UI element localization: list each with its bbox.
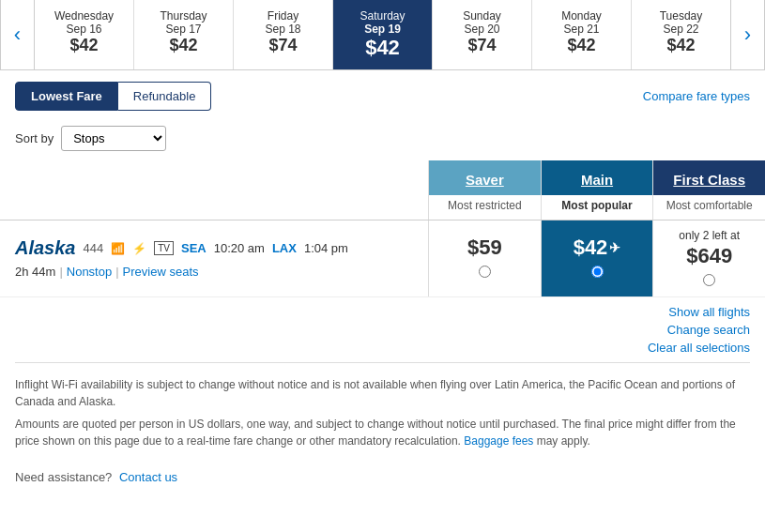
day-label: Friday <box>237 9 329 23</box>
main-price-cell[interactable]: $42 ✈ <box>541 220 653 296</box>
price-label: $42 <box>38 36 130 55</box>
footer-line2-end: may apply. <box>537 434 590 448</box>
day-label: Thursday <box>138 9 229 23</box>
plug-icon: ⚡ <box>132 242 146 255</box>
flight-top: Alaska 444 📶 ⚡ TV SEA 10:20 am LAX 1:04 … <box>15 237 413 259</box>
arrival-time: 1:04 pm <box>304 241 348 255</box>
date-label: Sep 22 <box>635 23 727 36</box>
date-cell-5[interactable]: Monday Sep 21 $42 <box>532 0 632 69</box>
separator-1: | <box>59 265 62 279</box>
baggage-fees-link[interactable]: Baggage fees <box>464 434 533 448</box>
change-search-link[interactable]: Change search <box>667 323 750 337</box>
day-label: Monday <box>536 9 627 23</box>
saver-radio-input[interactable] <box>479 266 491 278</box>
next-date-arrow[interactable]: › <box>730 0 764 69</box>
first-class-header-link[interactable]: First Class <box>673 172 745 188</box>
footer-line2-text: Amounts are quoted per person in US doll… <box>15 418 736 448</box>
filter-row: Lowest Fare Refundable Compare fare type… <box>0 70 765 122</box>
date-cell-6[interactable]: Tuesday Sep 22 $42 <box>632 0 730 69</box>
price-label: $42 <box>536 36 627 55</box>
date-label: Sep 17 <box>138 23 229 36</box>
saver-price-cell[interactable]: $59 <box>428 220 541 296</box>
sort-label: Sort by <box>15 131 54 145</box>
sort-select[interactable]: Stops Price Duration Departure Arrival <box>61 126 166 151</box>
price-label: $74 <box>237 36 329 55</box>
airline-logo: Alaska <box>15 237 76 259</box>
price-label: $42 <box>138 36 229 55</box>
first-class-header[interactable]: First Class <box>652 160 765 195</box>
day-label: Sunday <box>436 9 528 23</box>
first-desc: Most comfortable <box>652 195 765 220</box>
date-cell-4[interactable]: Sunday Sep 20 $74 <box>433 0 532 69</box>
date-label: Sep 18 <box>237 23 329 36</box>
lowest-fare-tab[interactable]: Lowest Fare <box>15 82 118 111</box>
main-price-amount: $42 ✈ <box>574 236 621 260</box>
main-radio[interactable] <box>591 266 604 281</box>
price-label: $42 <box>337 36 428 60</box>
price-label: $42 <box>635 36 727 55</box>
price-label: $74 <box>436 36 528 55</box>
date-navigation: ‹ Wednesday Sep 16 $42 Thursday Sep 17 $… <box>0 0 765 70</box>
destination-airport: LAX <box>272 241 297 255</box>
preview-seats-link[interactable]: Preview seats <box>123 265 199 279</box>
saver-desc: Most restricted <box>428 195 541 220</box>
wifi-icon: 📶 <box>111 242 125 255</box>
main-desc: Most popular <box>541 195 653 220</box>
date-cell-1[interactable]: Thursday Sep 17 $42 <box>134 0 234 69</box>
main-header-link[interactable]: Main <box>581 172 613 188</box>
clear-all-selections-link[interactable]: Clear all selections <box>648 341 750 355</box>
saver-header-link[interactable]: Saver <box>466 172 504 188</box>
footer-line2: Amounts are quoted per person in US doll… <box>15 416 750 449</box>
nonstop-link[interactable]: Nonstop <box>67 265 112 279</box>
first-price-amount: $649 <box>686 244 732 268</box>
flight-row: Alaska 444 📶 ⚡ TV SEA 10:20 am LAX 1:04 … <box>0 220 765 297</box>
date-label: Sep 20 <box>436 23 528 36</box>
date-cell-3-active[interactable]: Saturday Sep 19 $42 <box>333 0 433 69</box>
flight-info: Alaska 444 📶 ⚡ TV SEA 10:20 am LAX 1:04 … <box>0 220 428 296</box>
date-cell-2[interactable]: Friday Sep 18 $74 <box>234 0 333 69</box>
day-label: Saturday <box>337 9 428 23</box>
sort-row: Sort by Stops Price Duration Departure A… <box>0 122 765 160</box>
need-assistance-text: Need assistance? <box>15 470 112 484</box>
contact-us-link[interactable]: Contact us <box>119 470 177 484</box>
main-radio-input[interactable] <box>591 266 604 278</box>
saver-radio[interactable] <box>479 266 491 281</box>
flight-bottom: 2h 44m | Nonstop | Preview seats <box>15 265 413 279</box>
origin-airport: SEA <box>181 241 207 255</box>
fare-header-section: Saver Main First Class <box>0 160 765 195</box>
flight-number: 444 <box>84 241 104 255</box>
links-section: Show all flights Change search Clear all… <box>0 297 765 362</box>
date-label: Sep 16 <box>38 23 130 36</box>
separator-2: | <box>115 265 118 279</box>
show-all-flights-link[interactable]: Show all flights <box>668 305 750 319</box>
need-assistance: Need assistance? Contact us <box>0 463 765 499</box>
first-radio[interactable] <box>703 274 715 289</box>
first-radio-input[interactable] <box>703 274 715 286</box>
date-label: Sep 19 <box>337 23 428 36</box>
duration-text: 2h 44m <box>15 265 55 279</box>
compare-fare-types-link[interactable]: Compare fare types <box>643 89 750 103</box>
day-label: Wednesday <box>38 9 130 23</box>
departure-time: 10:20 am <box>214 241 265 255</box>
saver-header[interactable]: Saver <box>428 160 541 195</box>
main-header[interactable]: Main <box>541 160 653 195</box>
saver-price-amount: $59 <box>467 236 502 260</box>
fare-tab-group: Lowest Fare Refundable <box>15 82 211 111</box>
day-label: Tuesday <box>635 9 727 23</box>
first-limited-text: only 2 left at <box>679 228 740 244</box>
date-label: Sep 21 <box>536 23 627 36</box>
refundable-tab[interactable]: Refundable <box>118 82 212 111</box>
date-cell-0[interactable]: Wednesday Sep 16 $42 <box>35 0 134 69</box>
footer-info: Inflight Wi-Fi availability is subject t… <box>0 363 765 463</box>
tv-icon: TV <box>154 241 174 255</box>
first-price-cell[interactable]: only 2 left at $649 <box>652 220 765 296</box>
footer-line1: Inflight Wi-Fi availability is subject t… <box>15 376 750 410</box>
fare-desc-section: Most restricted Most popular Most comfor… <box>0 195 765 220</box>
prev-date-arrow[interactable]: ‹ <box>1 0 35 69</box>
